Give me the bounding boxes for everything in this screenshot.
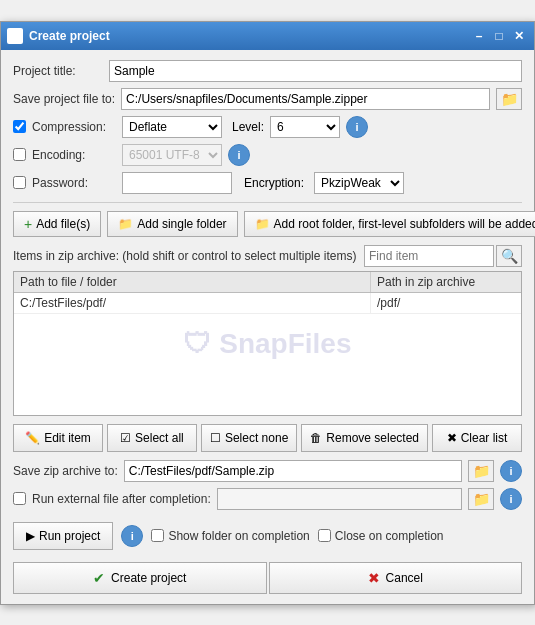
close-on-option: Close on completion xyxy=(318,529,444,543)
save-project-row: Save project file to: 📁 xyxy=(13,88,522,110)
run-external-label: Run external file after completion: xyxy=(32,492,211,506)
select-none-icon: ☐ xyxy=(210,431,221,445)
save-project-folder-button[interactable]: 📁 xyxy=(496,88,522,110)
edit-icon: ✏️ xyxy=(25,431,40,445)
select-none-button[interactable]: ☐ Select none xyxy=(201,424,297,452)
find-button[interactable]: 🔍 xyxy=(496,245,522,267)
window-title: Create project xyxy=(29,29,110,43)
remove-selected-button[interactable]: 🗑 Remove selected xyxy=(301,424,428,452)
compression-select[interactable]: Deflate Store BZip2 xyxy=(122,116,222,138)
show-folder-label: Show folder on completion xyxy=(168,529,309,543)
cancel-button[interactable]: ✖ Cancel xyxy=(269,562,523,594)
save-zip-label: Save zip archive to: xyxy=(13,464,118,478)
action-buttons-row: ✏️ Edit item ☑ Select all ☐ Select none … xyxy=(13,424,522,452)
project-title-row: Project title: xyxy=(13,60,522,82)
save-project-input[interactable] xyxy=(121,88,490,110)
compression-info-button[interactable]: i xyxy=(346,116,368,138)
cancel-x-icon: ✖ xyxy=(368,570,380,586)
add-root-icon: 📁 xyxy=(255,217,270,231)
add-folder-button[interactable]: 📁 Add single folder xyxy=(107,211,237,237)
compression-row: Compression: Deflate Store BZip2 Level: … xyxy=(13,116,522,138)
find-input[interactable] xyxy=(364,245,494,267)
archive-info-text: Items in zip archive: (hold shift or con… xyxy=(13,249,356,263)
col-path-header: Path to file / folder xyxy=(14,272,371,292)
maximize-button[interactable]: □ xyxy=(490,27,508,45)
table-row[interactable]: C:/TestFiles/pdf/ /pdf/ xyxy=(14,293,521,314)
password-label: Password: xyxy=(32,176,116,190)
show-folder-option: Show folder on completion xyxy=(151,529,309,543)
clear-icon: ✖ xyxy=(447,431,457,445)
encoding-label: Encoding: xyxy=(32,148,116,162)
edit-item-button[interactable]: ✏️ Edit item xyxy=(13,424,103,452)
run-project-icon: ▶ xyxy=(26,529,35,543)
title-bar: 🗜 Create project – □ ✕ xyxy=(1,22,534,50)
password-checkbox[interactable] xyxy=(13,176,26,189)
create-check-icon: ✔ xyxy=(93,570,105,586)
password-row: Password: Encryption: PkzipWeak AES128 A… xyxy=(13,172,522,194)
clear-list-button[interactable]: ✖ Clear list xyxy=(432,424,522,452)
app-icon: 🗜 xyxy=(7,28,23,44)
add-root-button[interactable]: 📁 Add root folder, first-level subfolder… xyxy=(244,211,535,237)
password-input[interactable] xyxy=(122,172,232,194)
compression-checkbox[interactable] xyxy=(13,120,26,133)
add-files-icon: + xyxy=(24,216,32,232)
project-title-input[interactable] xyxy=(109,60,522,82)
zip-path-cell: /pdf/ xyxy=(371,293,521,313)
close-on-checkbox[interactable] xyxy=(318,529,331,542)
title-controls: – □ ✕ xyxy=(470,27,528,45)
run-external-folder-button[interactable]: 📁 xyxy=(468,488,494,510)
content-area: Project title: Save project file to: 📁 C… xyxy=(1,50,534,604)
level-select[interactable]: 6 1 9 xyxy=(270,116,340,138)
separator-1 xyxy=(13,202,522,203)
run-external-input[interactable] xyxy=(217,488,462,510)
remove-icon: 🗑 xyxy=(310,431,322,445)
encoding-row: Encoding: 65001 UTF-8 i xyxy=(13,144,522,166)
compression-label: Compression: xyxy=(32,120,116,134)
run-project-button[interactable]: ▶ Run project xyxy=(13,522,113,550)
save-zip-input[interactable] xyxy=(124,460,462,482)
file-list[interactable]: Path to file / folder Path in zip archiv… xyxy=(13,271,522,416)
save-zip-folder-button[interactable]: 📁 xyxy=(468,460,494,482)
watermark: 🛡 SnapFiles xyxy=(183,327,351,360)
encryption-label: Encryption: xyxy=(244,176,304,190)
footer-buttons-row: ✔ Create project ✖ Cancel xyxy=(13,562,522,594)
select-all-button[interactable]: ☑ Select all xyxy=(107,424,197,452)
create-project-button[interactable]: ✔ Create project xyxy=(13,562,267,594)
add-files-button[interactable]: + Add file(s) xyxy=(13,211,101,237)
encoding-select[interactable]: 65001 UTF-8 xyxy=(122,144,222,166)
add-folder-icon: 📁 xyxy=(118,217,133,231)
encoding-info-button[interactable]: i xyxy=(228,144,250,166)
run-external-checkbox[interactable] xyxy=(13,492,26,505)
save-project-label: Save project file to: xyxy=(13,92,115,106)
run-external-info-button[interactable]: i xyxy=(500,488,522,510)
save-zip-row: Save zip archive to: 📁 i xyxy=(13,460,522,482)
main-window: 🗜 Create project – □ ✕ Project title: Sa… xyxy=(0,21,535,605)
run-project-info-button[interactable]: i xyxy=(121,525,143,547)
bottom-controls-row: ▶ Run project i Show folder on completio… xyxy=(13,518,522,554)
select-all-icon: ☑ xyxy=(120,431,131,445)
project-title-label: Project title: xyxy=(13,64,103,78)
encryption-select[interactable]: PkzipWeak AES128 AES256 xyxy=(314,172,404,194)
run-external-row: Run external file after completion: 📁 i xyxy=(13,488,522,510)
col-zip-header: Path in zip archive xyxy=(371,272,521,292)
level-label: Level: xyxy=(232,120,264,134)
save-zip-info-button[interactable]: i xyxy=(500,460,522,482)
show-folder-checkbox[interactable] xyxy=(151,529,164,542)
archive-info-row: Items in zip archive: (hold shift or con… xyxy=(13,245,522,267)
close-button[interactable]: ✕ xyxy=(510,27,528,45)
close-on-label: Close on completion xyxy=(335,529,444,543)
encoding-checkbox[interactable] xyxy=(13,148,26,161)
minimize-button[interactable]: – xyxy=(470,27,488,45)
title-bar-left: 🗜 Create project xyxy=(7,28,110,44)
file-list-header: Path to file / folder Path in zip archiv… xyxy=(14,272,521,293)
file-path-cell: C:/TestFiles/pdf/ xyxy=(14,293,371,313)
add-buttons-row: + Add file(s) 📁 Add single folder 📁 Add … xyxy=(13,211,522,237)
find-row: 🔍 xyxy=(364,245,522,267)
